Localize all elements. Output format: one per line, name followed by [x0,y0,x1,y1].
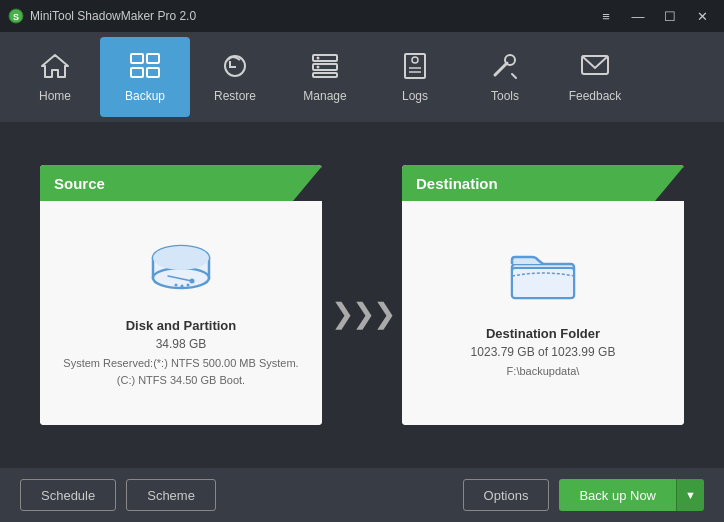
destination-wrapper: Destination Destination F [402,165,684,425]
svg-line-17 [495,63,507,75]
maximize-button[interactable]: ☐ [656,6,684,26]
svg-point-28 [175,284,178,287]
feedback-icon [580,52,610,85]
svg-point-25 [153,246,209,270]
svg-rect-6 [147,68,159,77]
forward-arrow: ❯❯❯ [331,297,394,330]
svg-point-30 [187,284,190,287]
svg-point-14 [412,57,418,63]
bottombar: Schedule Scheme Options Back up Now ▼ [0,468,724,522]
menu-button[interactable]: ≡ [592,6,620,26]
destination-card[interactable]: Destination Destination F [402,165,684,425]
backup-icon [129,52,161,85]
source-title: Disk and Partition [126,318,237,333]
schedule-button[interactable]: Schedule [20,479,116,511]
logs-label: Logs [402,89,428,103]
backup-now-group: Back up Now ▼ [559,479,704,511]
source-header: Source [40,165,322,201]
scheme-button[interactable]: Scheme [126,479,216,511]
nav-item-manage[interactable]: Manage [280,37,370,117]
nav-item-backup[interactable]: Backup [100,37,190,117]
source-description: System Reserved:(*:) NTFS 500.00 MB Syst… [63,355,298,388]
dropdown-arrow-icon: ▼ [685,489,696,501]
tools-label: Tools [491,89,519,103]
feedback-label: Feedback [569,89,622,103]
svg-rect-10 [313,73,337,77]
backup-label: Backup [125,89,165,103]
nav-item-tools[interactable]: Tools [460,37,550,117]
source-size: 34.98 GB [156,337,207,351]
destination-title: Destination Folder [486,326,600,341]
minimize-button[interactable]: — [624,6,652,26]
source-wrapper: Source [40,165,322,425]
window-controls: ≡ — ☐ ✕ [592,6,716,26]
svg-point-12 [317,65,320,68]
source-body: Disk and Partition 34.98 GB System Reser… [40,201,322,425]
nav-item-feedback[interactable]: Feedback [550,37,640,117]
svg-point-11 [317,56,320,59]
destination-header-label: Destination [416,175,498,192]
svg-rect-3 [131,54,143,63]
backup-now-button[interactable]: Back up Now [559,479,676,511]
window-title: MiniTool ShadowMaker Pro 2.0 [30,9,592,23]
home-icon [40,52,70,85]
destination-path: F:\backupdata\ [507,363,580,380]
restore-icon [220,52,250,85]
svg-rect-4 [147,54,159,63]
tools-icon [490,52,520,85]
options-button[interactable]: Options [463,479,550,511]
folder-icon [508,246,578,314]
toolbar: Home Backup Restore [0,32,724,122]
source-card[interactable]: Source [40,165,322,425]
logs-icon [401,52,429,85]
source-header-label: Source [54,175,105,192]
svg-line-19 [512,74,516,78]
manage-icon [310,52,340,85]
manage-label: Manage [303,89,346,103]
svg-marker-2 [42,55,68,77]
disk-icon [146,238,216,306]
titlebar: S MiniTool ShadowMaker Pro 2.0 ≡ — ☐ ✕ [0,0,724,32]
restore-label: Restore [214,89,256,103]
svg-point-18 [505,55,515,65]
destination-header: Destination [402,165,684,201]
svg-point-27 [190,279,195,284]
close-button[interactable]: ✕ [688,6,716,26]
app-icon: S [8,8,24,24]
svg-point-29 [181,285,184,288]
backup-now-dropdown[interactable]: ▼ [676,479,704,511]
destination-size: 1023.79 GB of 1023.99 GB [471,345,616,359]
nav-item-logs[interactable]: Logs [370,37,460,117]
arrow-container: ❯❯❯ [322,261,402,330]
nav-item-restore[interactable]: Restore [190,37,280,117]
main-content: Source [0,122,724,468]
svg-rect-5 [131,68,143,77]
nav-item-home[interactable]: Home [10,37,100,117]
svg-text:S: S [13,12,19,22]
home-label: Home [39,89,71,103]
destination-body: Destination Folder 1023.79 GB of 1023.99… [402,201,684,425]
